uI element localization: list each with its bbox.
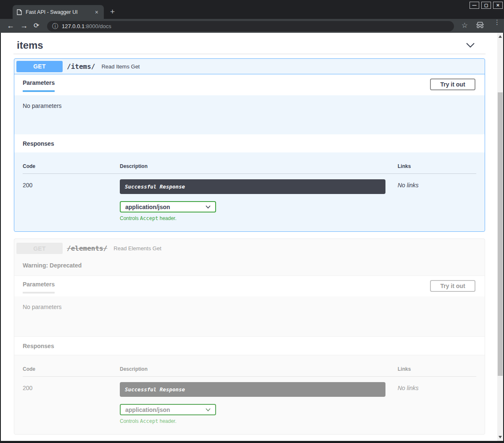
opblock-get-elements-deprecated: GET /elements/ Read Elements Get Warning… bbox=[14, 239, 485, 435]
url-path: :8000/docs bbox=[84, 23, 111, 29]
window-maximize-button[interactable]: ▢ bbox=[481, 2, 491, 9]
no-parameters-text: No parameters bbox=[14, 95, 485, 134]
section-divider bbox=[13, 54, 486, 54]
media-type-select[interactable]: application/json bbox=[120, 201, 216, 212]
response-description-box: Successful Response bbox=[120, 179, 385, 194]
parameters-tabbar: Parameters Try it out bbox=[14, 74, 485, 95]
scrollbar[interactable] bbox=[497, 33, 503, 441]
response-description-text: Successful Response bbox=[125, 183, 185, 190]
page-icon bbox=[17, 9, 22, 15]
response-description-cell: Successful Response application/json Con… bbox=[120, 179, 398, 221]
bookmark-star-icon[interactable]: ☆ bbox=[462, 21, 468, 30]
select-chevron-icon bbox=[206, 205, 211, 209]
response-description-text: Successful Response bbox=[125, 386, 185, 393]
no-parameters-text: No parameters bbox=[14, 296, 485, 336]
endpoint-summary-text: Read Items Get bbox=[101, 63, 140, 70]
tab-parameters[interactable]: Parameters bbox=[23, 79, 55, 92]
scrollbar-down-arrow[interactable] bbox=[499, 436, 502, 438]
responses-header: Responses bbox=[14, 134, 485, 152]
responses-header: Responses bbox=[14, 336, 485, 355]
browser-tab[interactable]: Fast API - Swagger UI × bbox=[13, 5, 104, 19]
column-header-code: Code bbox=[23, 366, 120, 372]
window-close-button[interactable]: ✕ bbox=[493, 2, 503, 9]
endpoint-summary[interactable]: GET /elements/ Read Elements Get bbox=[14, 239, 485, 257]
response-row: 200 Successful Response application/json… bbox=[23, 377, 476, 424]
response-description-box: Successful Response bbox=[120, 382, 385, 397]
responses-table: Code Description Links 200 Successful Re… bbox=[14, 152, 485, 231]
window-minimize-button[interactable]: — bbox=[470, 2, 479, 9]
url-host: 127.0.0.1 bbox=[62, 23, 84, 29]
controls-accept-note: Controls Accept header. bbox=[120, 418, 398, 424]
tab-title: Fast API - Swagger UI bbox=[26, 9, 90, 15]
media-type-value: application/json bbox=[125, 204, 170, 210]
tab-close-icon[interactable]: × bbox=[94, 9, 100, 16]
browser-menu-icon[interactable]: ⋮ bbox=[494, 21, 496, 24]
reload-icon[interactable]: ⟳ bbox=[34, 21, 39, 31]
column-header-description: Description bbox=[120, 366, 398, 372]
response-links: No links bbox=[398, 382, 476, 424]
items-section-header[interactable]: items bbox=[1, 33, 497, 52]
method-badge: GET bbox=[16, 243, 63, 254]
try-it-out-button[interactable]: Try it out bbox=[430, 79, 475, 90]
endpoint-path: /elements/ bbox=[67, 244, 107, 252]
column-header-code: Code bbox=[23, 163, 120, 169]
url-bar[interactable]: ⓘ 127.0.0.1:8000/docs bbox=[47, 21, 454, 31]
endpoint-summary[interactable]: GET /items/ Read Items Get bbox=[14, 59, 485, 74]
scrollbar-up-arrow[interactable] bbox=[499, 35, 502, 38]
response-description-cell: Successful Response application/json Con… bbox=[120, 382, 398, 424]
deprecated-warning: Warning: Deprecated bbox=[14, 257, 485, 275]
column-header-links: Links bbox=[398, 366, 476, 372]
endpoint-path: /items/ bbox=[67, 63, 95, 71]
page-content: items GET /items/ Read Items Get Paramet… bbox=[1, 33, 497, 441]
incognito-icon bbox=[475, 22, 485, 29]
url-text: 127.0.0.1:8000/docs bbox=[62, 23, 111, 29]
method-badge: GET bbox=[16, 61, 63, 72]
controls-accept-note: Controls Accept header. bbox=[120, 215, 398, 221]
response-row: 200 Successful Response application/json… bbox=[23, 174, 476, 221]
scrollbar-thumb[interactable] bbox=[498, 92, 503, 376]
parameters-tabbar: Parameters Try it out bbox=[14, 275, 485, 296]
column-header-description: Description bbox=[120, 163, 398, 169]
media-type-value: application/json bbox=[125, 406, 170, 413]
browser-titlebar: Fast API - Swagger UI × + — ▢ ✕ bbox=[0, 0, 504, 19]
opblock-get-items: GET /items/ Read Items Get Parameters Tr… bbox=[14, 58, 485, 232]
forward-icon[interactable]: → bbox=[20, 21, 28, 31]
responses-table: Code Description Links 200 Successful Re… bbox=[14, 355, 485, 434]
new-tab-button[interactable]: + bbox=[110, 8, 115, 16]
site-info-icon[interactable]: ⓘ bbox=[52, 23, 58, 30]
section-title: items bbox=[17, 39, 43, 51]
select-chevron-icon bbox=[206, 408, 211, 412]
response-code: 200 bbox=[23, 179, 120, 221]
response-links: No links bbox=[398, 179, 476, 221]
response-code: 200 bbox=[23, 382, 120, 424]
endpoint-summary-text: Read Elements Get bbox=[113, 245, 161, 252]
tab-parameters[interactable]: Parameters bbox=[23, 281, 55, 294]
try-it-out-button[interactable]: Try it out bbox=[430, 280, 475, 292]
back-icon[interactable]: ← bbox=[7, 21, 14, 31]
column-header-links: Links bbox=[398, 163, 476, 169]
media-type-select[interactable]: application/json bbox=[120, 404, 216, 415]
chevron-down-icon[interactable] bbox=[465, 42, 475, 49]
